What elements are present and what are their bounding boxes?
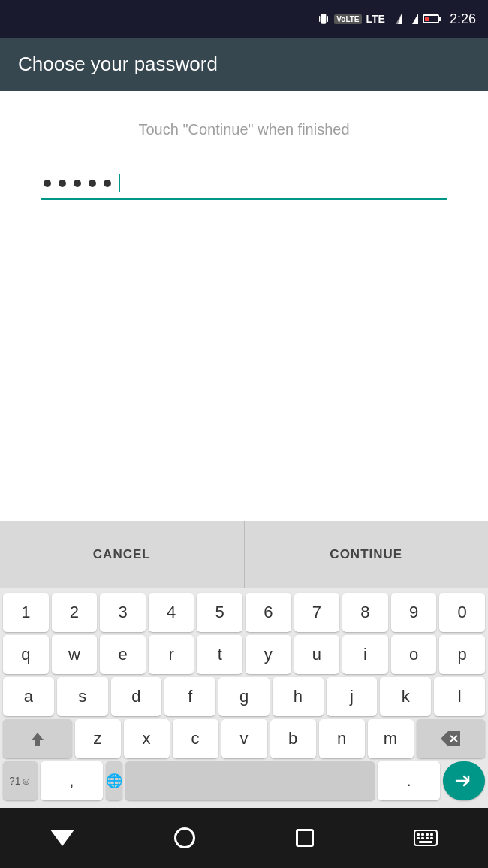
key-e[interactable]: e [100,635,146,674]
key-r[interactable]: r [149,635,194,674]
password-field[interactable] [41,168,447,200]
key-g[interactable]: g [218,677,270,716]
keyboard-row-zxcv: z x c v b n m [3,719,485,758]
keyboard-icon [414,830,438,846]
keyboard-row-numbers: 1 2 3 4 5 6 7 8 9 0 [3,593,485,632]
key-0[interactable]: 0 [439,593,485,632]
key-u[interactable]: u [294,635,340,674]
key-t[interactable]: t [197,635,242,674]
key-c[interactable]: c [173,719,218,758]
key-d[interactable]: d [111,677,162,716]
key-x[interactable]: x [124,719,170,758]
key-i[interactable]: i [342,635,388,674]
comma-key[interactable]: , [41,761,103,800]
key-o[interactable]: o [391,635,437,674]
svg-rect-6 [35,744,40,746]
enter-key[interactable] [443,761,485,800]
key-k[interactable]: k [380,677,431,716]
backspace-key[interactable] [417,719,486,758]
back-button[interactable] [50,830,74,846]
volte-badge: VoLTE [334,14,361,24]
vibrate-icon [318,13,330,25]
text-cursor [119,174,120,192]
key-j[interactable]: j [327,677,378,716]
key-m[interactable]: m [368,719,414,758]
key-1[interactable]: 1 [3,593,49,632]
key-q[interactable]: q [3,635,49,674]
status-time: 2:26 [450,11,476,27]
key-f[interactable]: f [164,677,215,716]
bottom-navigation [0,808,488,868]
home-button[interactable] [174,827,195,848]
signal-icon-1 [390,14,402,24]
svg-rect-2 [327,16,328,22]
key-4[interactable]: 4 [149,593,194,632]
key-y[interactable]: y [246,635,291,674]
svg-rect-11 [417,833,420,836]
svg-rect-15 [417,837,420,839]
period-key[interactable]: . [378,761,440,800]
keyboard: 1 2 3 4 5 6 7 8 9 0 q w e r t y u i o p … [0,588,488,808]
battery-icon [423,14,439,23]
app-header: Choose your password [0,38,488,91]
svg-rect-19 [419,841,432,843]
status-bar: VoLTE LTE 2:26 [0,0,488,38]
svg-rect-18 [430,837,433,839]
svg-marker-5 [412,14,418,24]
svg-rect-14 [430,833,433,836]
svg-rect-1 [319,16,320,22]
content-area: Touch "Continue" when finished [0,91,488,521]
key-5[interactable]: 5 [197,593,242,632]
keyboard-toggle-button[interactable] [414,830,438,846]
svg-rect-17 [426,837,429,839]
key-w[interactable]: w [52,635,98,674]
svg-rect-0 [321,14,327,23]
recents-icon [296,829,314,847]
key-b[interactable]: b [270,719,316,758]
lte-label: LTE [366,13,385,25]
key-3[interactable]: 3 [100,593,146,632]
key-z[interactable]: z [75,719,121,758]
globe-key[interactable]: 🌐 [106,761,122,800]
key-a[interactable]: a [3,677,54,716]
action-buttons-bar: CANCEL CONTINUE [0,521,488,588]
key-s[interactable]: s [57,677,108,716]
signal-icon-2 [406,14,418,24]
instruction-text: Touch "Continue" when finished [138,121,349,138]
shift-key[interactable] [3,719,72,758]
key-l[interactable]: l [434,677,485,716]
back-icon [50,830,74,846]
password-dot-1 [44,180,51,187]
keyboard-row-bottom: ?1☺ , 🌐 . [3,761,485,800]
key-6[interactable]: 6 [246,593,291,632]
key-9[interactable]: 9 [391,593,437,632]
key-h[interactable]: h [273,677,324,716]
password-dot-2 [59,180,66,187]
key-p[interactable]: p [439,635,485,674]
key-n[interactable]: n [319,719,365,758]
keyboard-row-asdf: a s d f g h j k l [3,677,485,716]
key-8[interactable]: 8 [342,593,388,632]
home-icon [174,827,195,848]
password-dot-3 [74,180,81,187]
svg-rect-13 [426,833,429,836]
page-title: Choose your password [18,53,470,76]
password-dot-4 [89,180,96,187]
password-dot-5 [104,180,111,187]
recents-button[interactable] [296,829,314,847]
svg-rect-16 [421,837,424,839]
space-key[interactable] [125,761,375,800]
continue-button[interactable]: CONTINUE [245,521,489,588]
keyboard-row-qwerty: q w e r t y u i o p [3,635,485,674]
key-2[interactable]: 2 [52,593,98,632]
key-v[interactable]: v [221,719,267,758]
key-7[interactable]: 7 [294,593,340,632]
status-icons: VoLTE LTE 2:26 [318,11,476,27]
symbols-key[interactable]: ?1☺ [3,761,38,800]
cancel-button[interactable]: CANCEL [0,521,245,588]
svg-rect-12 [421,833,424,836]
password-dots-row [41,168,447,200]
